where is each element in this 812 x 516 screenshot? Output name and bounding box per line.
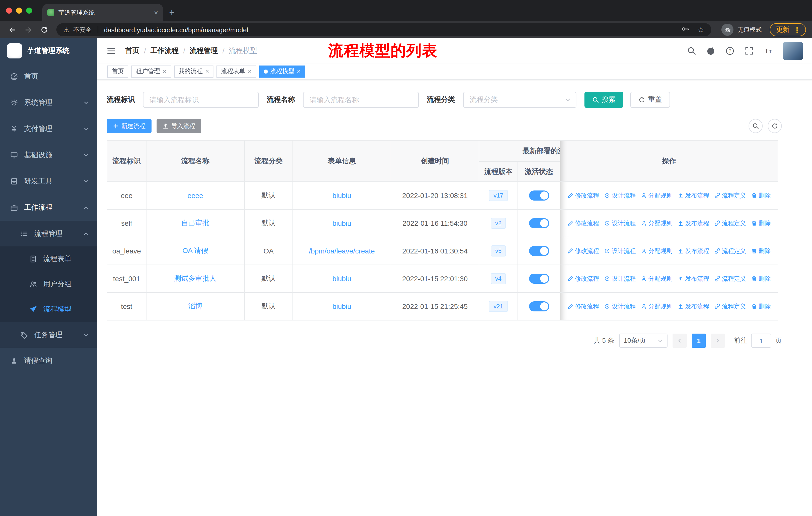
user-avatar[interactable] xyxy=(783,42,803,60)
goto-page-input[interactable] xyxy=(751,333,771,348)
action-design-process[interactable]: 设计流程 xyxy=(604,247,636,255)
process-name-link[interactable]: 测试多审批人 xyxy=(174,274,216,282)
sidebar-item-process-form[interactable]: 流程表单 xyxy=(0,246,97,272)
action-assign-rules[interactable]: 分配规则 xyxy=(641,302,672,311)
form-info-link[interactable]: biubiu xyxy=(332,275,351,283)
sidebar-item-payment[interactable]: 支付管理 xyxy=(0,116,97,142)
sidebar-item-leave-query[interactable]: 请假查询 xyxy=(0,348,97,374)
action-edit-process[interactable]: 修改流程 xyxy=(567,274,599,283)
action-design-process[interactable]: 设计流程 xyxy=(604,274,636,283)
help-icon[interactable]: ? xyxy=(725,46,734,55)
action-design-process[interactable]: 设计流程 xyxy=(604,302,636,311)
browser-update-button[interactable]: 更新 ⋮ xyxy=(770,23,806,36)
window-close-button[interactable] xyxy=(6,7,12,13)
action-publish-process[interactable]: 发布流程 xyxy=(677,274,709,283)
active-toggle[interactable] xyxy=(529,246,549,256)
back-icon[interactable] xyxy=(6,24,18,36)
action-assign-rules[interactable]: 分配规则 xyxy=(641,191,672,200)
tab-close-icon[interactable]: × xyxy=(154,8,158,17)
browser-menu-icon[interactable]: ⋮ xyxy=(793,26,801,33)
close-icon[interactable]: × xyxy=(297,68,301,75)
sidebar-item-workflow[interactable]: 工作流程 xyxy=(0,194,97,221)
tag-process-form[interactable]: 流程表单 × xyxy=(216,65,256,77)
action-delete[interactable]: 删除 xyxy=(751,247,771,255)
breadcrumb-item[interactable]: 流程管理 xyxy=(190,46,218,55)
category-select[interactable]: 流程分类 xyxy=(463,92,576,108)
key-icon[interactable] xyxy=(681,25,689,35)
process-name-link[interactable]: eeee xyxy=(187,191,203,199)
action-design-process[interactable]: 设计流程 xyxy=(604,191,636,200)
action-process-definition[interactable]: 流程定义 xyxy=(714,219,746,227)
tag-tenant-management[interactable]: 租户管理 × xyxy=(132,65,171,77)
active-toggle[interactable] xyxy=(529,190,549,200)
action-publish-process[interactable]: 发布流程 xyxy=(677,219,709,227)
fullscreen-icon[interactable] xyxy=(745,46,754,55)
browser-tab[interactable]: 芋道管理系统 × xyxy=(42,4,163,21)
action-delete[interactable]: 删除 xyxy=(751,274,771,283)
tag-my-process[interactable]: 我的流程 × xyxy=(174,65,213,77)
next-page-button[interactable] xyxy=(711,333,725,348)
window-zoom-button[interactable] xyxy=(26,7,32,13)
sidebar-item-home[interactable]: 首页 xyxy=(0,63,97,90)
forward-icon[interactable] xyxy=(22,24,34,36)
action-publish-process[interactable]: 发布流程 xyxy=(677,191,709,200)
bookmark-star-icon[interactable]: ☆ xyxy=(697,25,704,34)
process-name-link[interactable]: 滔博 xyxy=(188,302,202,310)
action-delete[interactable]: 删除 xyxy=(751,191,771,200)
action-process-definition[interactable]: 流程定义 xyxy=(714,247,746,255)
refresh-button[interactable] xyxy=(768,119,782,133)
action-publish-process[interactable]: 发布流程 xyxy=(677,247,709,255)
active-toggle[interactable] xyxy=(529,274,549,284)
page-number-current[interactable]: 1 xyxy=(692,333,706,348)
action-assign-rules[interactable]: 分配规则 xyxy=(641,274,672,283)
action-process-definition[interactable]: 流程定义 xyxy=(714,302,746,311)
breadcrumb-item[interactable]: 首页 xyxy=(125,46,140,55)
toggle-search-button[interactable] xyxy=(749,119,763,133)
action-edit-process[interactable]: 修改流程 xyxy=(567,219,599,227)
search-button[interactable]: 搜索 xyxy=(584,92,623,108)
process-name-link[interactable]: OA 请假 xyxy=(182,246,208,254)
sidebar-item-user-group[interactable]: 用户分组 xyxy=(0,272,97,297)
action-assign-rules[interactable]: 分配规则 xyxy=(641,219,672,227)
sidebar-item-task-management[interactable]: 任务管理 xyxy=(0,322,97,348)
process-name-link[interactable]: 自己审批 xyxy=(181,219,209,227)
window-minimize-button[interactable] xyxy=(16,7,22,13)
prev-page-button[interactable] xyxy=(672,333,687,348)
hamburger-icon[interactable] xyxy=(106,46,116,56)
action-assign-rules[interactable]: 分配规则 xyxy=(641,247,672,255)
action-publish-process[interactable]: 发布流程 xyxy=(677,302,709,311)
reset-button[interactable]: 重置 xyxy=(630,92,670,108)
action-process-definition[interactable]: 流程定义 xyxy=(714,191,746,200)
create-process-button[interactable]: 新建流程 xyxy=(107,119,151,133)
sidebar-item-process-management[interactable]: 流程管理 xyxy=(0,221,97,246)
form-info-link[interactable]: biubiu xyxy=(332,219,351,227)
tag-process-model[interactable]: 流程模型 × xyxy=(259,65,305,77)
sidebar-item-system[interactable]: 系统管理 xyxy=(0,90,97,116)
active-toggle[interactable] xyxy=(529,301,549,311)
process-name-input[interactable] xyxy=(303,92,419,108)
process-key-input[interactable] xyxy=(143,92,259,108)
search-icon[interactable] xyxy=(687,46,696,55)
new-tab-button[interactable]: + xyxy=(163,4,180,21)
page-size-select[interactable]: 10条/页 xyxy=(619,333,668,348)
action-process-definition[interactable]: 流程定义 xyxy=(714,274,746,283)
sidebar-item-infrastructure[interactable]: 基础设施 xyxy=(0,142,97,168)
url-field[interactable]: ⚠ 不安全 dashboard.yudao.iocoder.cn/bpm/man… xyxy=(56,23,711,36)
action-delete[interactable]: 删除 xyxy=(751,219,771,227)
close-icon[interactable]: × xyxy=(248,68,252,75)
action-edit-process[interactable]: 修改流程 xyxy=(567,302,599,311)
sidebar-item-dev-tools[interactable]: 研发工具 xyxy=(0,168,97,194)
close-icon[interactable]: × xyxy=(163,68,166,75)
github-icon[interactable] xyxy=(706,46,715,55)
close-icon[interactable]: × xyxy=(205,68,209,75)
form-info-link[interactable]: /bpm/oa/leave/create xyxy=(309,247,375,255)
form-info-link[interactable]: biubiu xyxy=(332,302,351,310)
action-design-process[interactable]: 设计流程 xyxy=(604,219,636,227)
action-edit-process[interactable]: 修改流程 xyxy=(567,247,599,255)
import-process-button[interactable]: 导入流程 xyxy=(156,119,201,133)
action-edit-process[interactable]: 修改流程 xyxy=(567,191,599,200)
form-info-link[interactable]: biubiu xyxy=(332,191,351,199)
sidebar-item-process-model[interactable]: 流程模型 xyxy=(0,297,97,322)
tag-home[interactable]: 首页 xyxy=(107,65,128,77)
reload-icon[interactable] xyxy=(38,24,50,36)
